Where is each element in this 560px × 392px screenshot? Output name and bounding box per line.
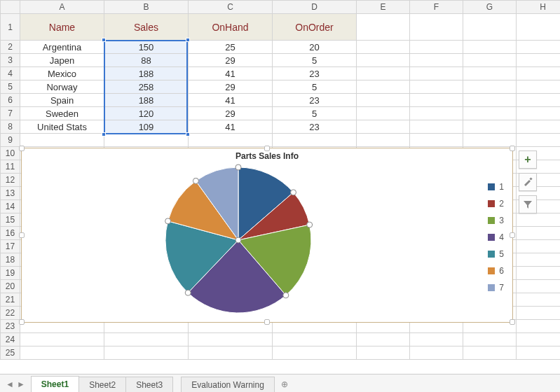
legend-item[interactable]: 6 [488, 266, 504, 276]
cell[interactable] [517, 54, 561, 67]
row-header[interactable]: 6 [1, 94, 20, 107]
cell[interactable] [463, 67, 517, 80]
col-header-H[interactable]: H [517, 1, 561, 14]
cell[interactable] [273, 346, 357, 360]
chart-resize-handle[interactable] [510, 232, 515, 238]
cell[interactable] [357, 333, 410, 346]
cell[interactable] [410, 134, 463, 147]
cell[interactable] [357, 134, 410, 147]
cell[interactable] [463, 107, 517, 120]
pie-selection-handle[interactable] [165, 218, 171, 224]
cell[interactable]: 88 [104, 54, 189, 67]
col-header-B[interactable]: B [104, 1, 189, 14]
cell[interactable] [357, 14, 410, 41]
row-header[interactable]: 9 [1, 134, 20, 147]
row-header[interactable]: 17 [1, 240, 20, 253]
row-header[interactable]: 14 [1, 200, 20, 214]
cell[interactable] [517, 67, 561, 80]
cell[interactable] [410, 346, 463, 360]
pie-selection-handle[interactable] [307, 222, 313, 227]
cell[interactable]: 5 [273, 80, 357, 94]
cell[interactable]: 41 [189, 94, 273, 107]
row-header[interactable]: 2 [1, 41, 20, 54]
cell[interactable] [357, 41, 410, 54]
row-header[interactable]: 4 [1, 67, 20, 80]
pie-selection-handle[interactable] [283, 293, 289, 298]
legend-item[interactable]: 1 [488, 182, 504, 192]
cell[interactable] [463, 346, 517, 360]
cell[interactable] [463, 120, 517, 134]
cell[interactable] [517, 94, 561, 107]
add-sheet-button[interactable]: ⊕ [274, 377, 295, 392]
cell[interactable] [273, 134, 357, 147]
cell[interactable]: Mexico [20, 67, 104, 80]
cell[interactable]: 109 [104, 120, 189, 134]
pie-selection-handle[interactable] [185, 290, 191, 295]
cell[interactable]: United Stats [20, 120, 104, 134]
cell[interactable]: 150 [104, 41, 189, 54]
cell[interactable] [463, 14, 517, 41]
cell[interactable]: Sales [104, 14, 189, 41]
chart-resize-handle[interactable] [264, 146, 270, 151]
cell[interactable] [273, 333, 357, 346]
chart-resize-handle[interactable] [19, 319, 25, 325]
row-header[interactable]: 13 [1, 187, 20, 200]
cell[interactable] [410, 94, 463, 107]
cell[interactable]: Norway [20, 80, 104, 94]
cell[interactable] [517, 107, 561, 120]
tab-nav-prev[interactable]: ◄ [6, 379, 14, 389]
cell[interactable] [410, 14, 463, 41]
chart-resize-handle[interactable] [264, 319, 270, 325]
cell[interactable] [410, 120, 463, 134]
cell[interactable]: 25 [189, 41, 273, 54]
cell[interactable] [463, 80, 517, 94]
row-header[interactable]: 8 [1, 120, 20, 134]
selection-handle[interactable] [102, 38, 106, 42]
row-header[interactable]: 7 [1, 107, 20, 120]
chart-resize-handle[interactable] [19, 232, 25, 238]
row-header[interactable]: 11 [1, 160, 20, 174]
col-header-C[interactable]: C [189, 1, 273, 14]
cell[interactable] [463, 134, 517, 147]
cell[interactable] [517, 333, 561, 346]
row-header[interactable]: 3 [1, 54, 20, 67]
cell[interactable] [357, 120, 410, 134]
legend-item[interactable]: 4 [488, 232, 504, 242]
legend-item[interactable]: 2 [488, 199, 504, 209]
cell[interactable] [410, 333, 463, 346]
cell[interactable] [517, 320, 561, 333]
col-header-A[interactable]: A [20, 1, 104, 14]
legend-item[interactable]: 5 [488, 249, 504, 259]
row-header[interactable]: 25 [1, 346, 20, 360]
legend-item[interactable]: 3 [488, 216, 504, 225]
cell[interactable] [189, 333, 273, 346]
cell[interactable] [189, 346, 273, 360]
cell[interactable]: 23 [273, 67, 357, 80]
cell[interactable] [104, 134, 189, 147]
cell[interactable]: 29 [189, 54, 273, 67]
cell[interactable]: Japen [20, 54, 104, 67]
cell[interactable] [357, 80, 410, 94]
row-header[interactable]: 20 [1, 280, 20, 293]
cell[interactable]: 23 [273, 94, 357, 107]
cell[interactable] [410, 107, 463, 120]
chart-filter-button[interactable] [519, 195, 537, 214]
cell[interactable]: 258 [104, 80, 189, 94]
pie-selection-handle[interactable] [193, 178, 198, 183]
cell[interactable]: 120 [104, 107, 189, 120]
cell[interactable]: Sweden [20, 107, 104, 120]
row-header[interactable]: 15 [1, 214, 20, 227]
cell[interactable] [410, 54, 463, 67]
cell[interactable]: 41 [189, 67, 273, 80]
cell[interactable] [20, 346, 104, 360]
row-header[interactable]: 18 [1, 253, 20, 267]
cell[interactable]: 41 [189, 120, 273, 134]
cell[interactable] [20, 333, 104, 346]
legend-item[interactable]: 7 [488, 283, 504, 293]
cell[interactable]: Argentina [20, 41, 104, 54]
cell[interactable] [517, 267, 561, 280]
select-all-corner[interactable] [1, 1, 20, 14]
cell[interactable] [357, 67, 410, 80]
row-header[interactable]: 10 [1, 147, 20, 160]
cell[interactable] [517, 134, 561, 147]
